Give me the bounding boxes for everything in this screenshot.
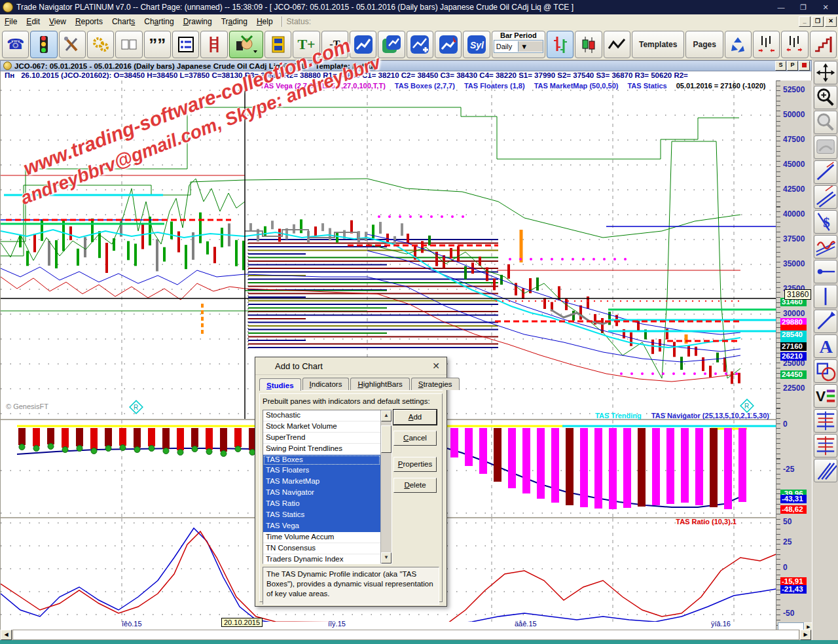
menu-drawing[interactable]: Drawing xyxy=(179,15,217,28)
menu-charts[interactable]: Charts xyxy=(107,15,139,28)
horizontal-scrollbar[interactable]: ◀ ▶ xyxy=(0,630,812,640)
list-item[interactable]: Stock Market Volume xyxy=(263,421,380,433)
settings-button[interactable] xyxy=(87,31,114,58)
bar-chart-type-button[interactable] xyxy=(547,31,574,58)
list-item[interactable]: TAS Vega xyxy=(263,521,380,532)
mdi-minimize-button[interactable]: _ xyxy=(799,16,811,27)
tool-parallel-lines[interactable] xyxy=(814,185,837,209)
candle-chart-type-button[interactable] xyxy=(575,31,602,58)
maximize-button[interactable]: ❐ xyxy=(793,2,813,12)
menu-reports[interactable]: Reports xyxy=(71,15,107,28)
data-feed-button[interactable]: ☎ xyxy=(2,31,29,58)
list-item[interactable]: Stochastic xyxy=(263,410,380,421)
refresh-button[interactable] xyxy=(725,31,752,58)
mdi-restore-button[interactable]: ❐ xyxy=(812,16,824,27)
price-axis[interactable]: 31860 ▶ 52500500004750045000425004000037… xyxy=(776,80,812,630)
bar-period-select[interactable]: Daily ▼ xyxy=(494,40,543,53)
add-button[interactable]: Add xyxy=(393,410,437,425)
tool-snapshot[interactable] xyxy=(814,135,837,159)
tool-vertical-line[interactable] xyxy=(814,285,837,308)
list-item[interactable]: TAS Boxes xyxy=(263,455,380,466)
tool-fib-retracement[interactable] xyxy=(814,409,837,433)
tool-price-line[interactable]: $ xyxy=(814,210,837,234)
watchlist-button[interactable] xyxy=(172,31,199,58)
tool-trendline[interactable] xyxy=(814,160,837,184)
mark-chart-button[interactable] xyxy=(435,31,462,58)
chart-window-header[interactable]: JCO-067: 05.01.2015 - 05.01.2016 (Daily … xyxy=(0,60,812,71)
mdi-close-button[interactable]: ✕ xyxy=(825,16,837,27)
tool-ray[interactable] xyxy=(814,260,837,283)
list-scrollbar[interactable]: ▲ ▼ xyxy=(380,410,392,564)
menu-view[interactable]: View xyxy=(45,15,71,28)
cancel-button[interactable]: Cancel xyxy=(393,431,437,446)
windows-button[interactable] xyxy=(115,31,142,58)
list-item[interactable]: TAS Navigator xyxy=(263,488,380,499)
line-chart-type-button[interactable] xyxy=(604,31,630,58)
tool-zoom-in[interactable] xyxy=(814,86,837,109)
list-item[interactable]: Swing Point Trendlines xyxy=(263,444,380,455)
scale-button[interactable]: S xyxy=(775,61,786,71)
tool-values[interactable]: V xyxy=(814,384,837,408)
list-item[interactable]: TAS Ratio xyxy=(263,499,380,510)
minimize-button[interactable]: — xyxy=(771,2,791,12)
menu-help[interactable]: Help xyxy=(252,15,278,28)
tool-shapes[interactable] xyxy=(814,359,837,383)
list-item[interactable]: SuperTrend xyxy=(263,433,380,444)
ladder-button[interactable] xyxy=(200,31,227,58)
tool-text-tool[interactable]: A xyxy=(814,334,837,358)
scale-steps-button[interactable] xyxy=(810,31,837,58)
panes-icon xyxy=(120,37,137,52)
tool-gann-angles[interactable] xyxy=(814,459,837,482)
tool-fib-extension[interactable] xyxy=(814,434,837,457)
scroll-left-icon[interactable]: ◀ xyxy=(1,630,12,640)
add-chart-button[interactable] xyxy=(407,31,433,58)
expand-bars-button[interactable] xyxy=(781,31,808,58)
list-item[interactable]: Time Volume Accum xyxy=(263,532,380,543)
new-chart-button[interactable] xyxy=(350,31,376,58)
signals-button[interactable] xyxy=(30,31,57,58)
tools-button[interactable] xyxy=(59,31,86,58)
scrollbar-track[interactable] xyxy=(12,630,799,640)
tool-arrow[interactable] xyxy=(814,310,837,333)
compress-bars-button[interactable] xyxy=(753,31,780,58)
trade-button[interactable] xyxy=(229,31,264,58)
tab-strategies[interactable]: Strategies xyxy=(411,378,460,390)
menu-edit[interactable]: Edit xyxy=(22,15,45,28)
delete-button[interactable]: Delete xyxy=(393,478,437,493)
list-item[interactable]: TN Consensus xyxy=(263,543,380,554)
studies-listbox[interactable]: StochasticStock Market VolumeSuperTrendS… xyxy=(263,410,392,564)
pages-button[interactable]: Pages xyxy=(685,31,723,58)
menu-trading[interactable]: Trading xyxy=(217,15,252,28)
tab-highlightbars[interactable]: HighlightBars xyxy=(350,378,409,390)
tab-studies[interactable]: Studies xyxy=(259,378,301,391)
chevron-down-icon[interactable]: ▼ xyxy=(518,41,543,52)
close-button[interactable]: ✕ xyxy=(816,2,835,12)
dialog-close-icon[interactable]: ✕ xyxy=(432,361,440,371)
film-button[interactable] xyxy=(264,31,291,58)
symbol-lookup-button[interactable]: Syl xyxy=(463,31,490,58)
list-item[interactable]: TAS Statics xyxy=(263,510,380,521)
scroll-right-icon[interactable]: ▶ xyxy=(800,630,811,640)
menu-charting[interactable]: Charting xyxy=(139,15,178,28)
scroll-down-icon[interactable]: ▼ xyxy=(381,552,392,564)
templates-button[interactable]: Templates xyxy=(632,31,684,58)
tool-cycle-lines[interactable] xyxy=(814,235,837,259)
menu-file[interactable]: File xyxy=(0,15,22,28)
list-item[interactable]: Traders Dynamic Index xyxy=(263,554,380,564)
tool-move-tool[interactable] xyxy=(814,61,837,84)
scroll-up-icon[interactable]: ▲ xyxy=(381,410,392,421)
chart-close-button[interactable] xyxy=(799,61,810,71)
list-item[interactable]: TAS MarketMap xyxy=(263,476,380,488)
tab-indicators[interactable]: Indicators xyxy=(302,378,350,390)
list-item[interactable]: TAS Floaters xyxy=(263,465,380,476)
chart-window-icon xyxy=(3,62,12,70)
properties-button[interactable]: P xyxy=(787,61,798,71)
duplicate-chart-button[interactable] xyxy=(378,31,405,58)
dialog-title-bar[interactable]: Add to Chart ✕ xyxy=(255,357,446,375)
scroll-thumb[interactable] xyxy=(381,425,392,453)
tool-zoom-out[interactable] xyxy=(814,111,837,134)
quotes-button[interactable]: ”” xyxy=(144,31,171,58)
add-text-button[interactable]: T+ xyxy=(293,31,319,58)
remove-text-button[interactable]: -T xyxy=(321,31,348,58)
properties-button[interactable]: Properties xyxy=(393,457,437,472)
